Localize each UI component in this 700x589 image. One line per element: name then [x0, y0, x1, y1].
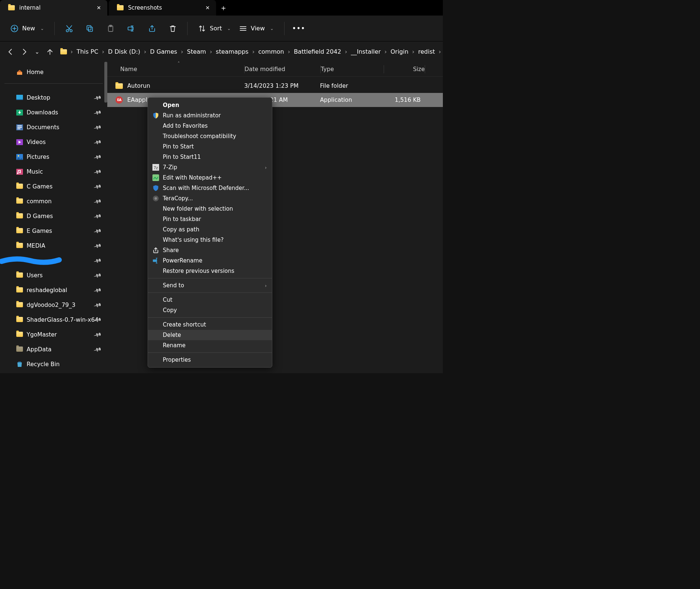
- close-icon[interactable]: ✕: [95, 5, 102, 11]
- rename-icon[interactable]: [127, 24, 135, 33]
- crumb[interactable]: __Installer: [351, 48, 381, 55]
- sidebar-item-redacted[interactable]: 📌: [0, 253, 107, 268]
- crumb[interactable]: steamapps: [216, 48, 248, 55]
- file-row[interactable]: Autorun3/14/2023 1:23 PMFile folder: [107, 79, 443, 93]
- crumb[interactable]: D Games: [150, 48, 177, 55]
- sidebar-item-e-games[interactable]: E Games📌: [0, 224, 107, 238]
- delete-icon[interactable]: [169, 24, 177, 33]
- sidebar-item-documents[interactable]: Documents📌: [0, 120, 107, 135]
- menu-item-edit-with-notepad[interactable]: Edit with Notepad++: [148, 173, 272, 183]
- column-type[interactable]: Type: [321, 66, 384, 73]
- application-icon: EA: [115, 96, 123, 104]
- crumb[interactable]: Origin: [390, 48, 408, 55]
- menu-item-label: TeraCopy...: [163, 195, 193, 202]
- menu-item-teracopy[interactable]: TeraCopy...: [148, 193, 272, 204]
- up-button[interactable]: [46, 46, 54, 58]
- chevron-right-icon: ›: [384, 48, 387, 55]
- chevron-right-icon: ›: [210, 48, 212, 55]
- menu-item-delete[interactable]: Delete: [148, 330, 272, 340]
- paste-icon[interactable]: [107, 24, 115, 33]
- new-tab-button[interactable]: ＋: [216, 0, 231, 15]
- shield-icon: [152, 112, 159, 119]
- pin-icon: 📌: [93, 345, 102, 354]
- close-icon[interactable]: ✕: [204, 5, 211, 11]
- menu-item-run-as-administrator[interactable]: Run as administrator: [148, 110, 272, 121]
- new-button[interactable]: New ⌄: [10, 24, 44, 33]
- cut-icon[interactable]: [65, 24, 73, 33]
- folder-icon: [16, 213, 23, 219]
- svg-rect-4: [87, 26, 91, 30]
- sidebar-item-pictures[interactable]: Pictures📌: [0, 150, 107, 164]
- menu-item-label: PowerRename: [163, 257, 202, 264]
- crumb[interactable]: common: [258, 48, 284, 55]
- defender-icon: [152, 185, 159, 191]
- sidebar-item-music[interactable]: Music📌: [0, 164, 107, 179]
- sidebar-item-reshadeglobal[interactable]: reshadeglobal📌: [0, 283, 107, 298]
- menu-item-open[interactable]: Open: [148, 100, 272, 110]
- forward-button[interactable]: [21, 46, 28, 58]
- crumb[interactable]: Battlefield 2042: [294, 48, 341, 55]
- sidebar-item-shaderglass-0-7-win-x64[interactable]: ShaderGlass-0.7-win-x64📌: [0, 312, 107, 327]
- crumb[interactable]: redist: [418, 48, 435, 55]
- menu-item-properties[interactable]: Properties: [148, 355, 272, 365]
- menu-item-create-shortcut[interactable]: Create shortcut: [148, 319, 272, 330]
- menu-item-powerrename[interactable]: PowerRename: [148, 255, 272, 266]
- copy-icon[interactable]: [86, 24, 94, 33]
- sidebar-item-users[interactable]: Users📌: [0, 268, 107, 283]
- menu-item-share[interactable]: Share: [148, 245, 272, 255]
- chevron-right-icon: ›: [412, 48, 414, 55]
- redacted-icon: [16, 258, 23, 264]
- menu-item-send-to[interactable]: Send to›: [148, 280, 272, 291]
- menu-item-add-to-favorites[interactable]: Add to Favorites: [148, 121, 272, 131]
- menu-item-new-folder-with-selection[interactable]: New folder with selection: [148, 204, 272, 214]
- menu-item-pin-to-start11[interactable]: Pin to Start11: [148, 152, 272, 162]
- sidebar-item-common[interactable]: common📌: [0, 194, 107, 209]
- tab-internal[interactable]: internal ✕: [0, 0, 107, 16]
- menu-item-7-zip[interactable]: 7z7-Zip›: [148, 162, 272, 173]
- menu-item-pin-to-taskbar[interactable]: Pin to taskbar: [148, 214, 272, 224]
- crumb[interactable]: This PC: [77, 48, 98, 55]
- sidebar-item-media[interactable]: MEDIA📌: [0, 238, 107, 253]
- back-button[interactable]: [7, 46, 14, 58]
- breadcrumb[interactable]: › This PC› D Disk (D:)› D Games› Steam› …: [60, 48, 443, 55]
- column-separator[interactable]: [425, 65, 425, 73]
- menu-item-restore-previous-versions[interactable]: Restore previous versions: [148, 266, 272, 276]
- pin-icon: 📌: [93, 168, 102, 176]
- menu-item-rename[interactable]: Rename: [148, 340, 272, 351]
- sidebar-item-desktop[interactable]: Desktop📌: [0, 90, 107, 105]
- tab-screenshots[interactable]: Screenshots ✕: [109, 0, 216, 16]
- crumb[interactable]: Steam: [187, 48, 206, 55]
- recent-button[interactable]: ⌄: [35, 46, 40, 58]
- sidebar-item-ygomaster[interactable]: YgoMaster📌: [0, 327, 107, 342]
- menu-item-label: Create shortcut: [163, 321, 206, 328]
- column-date[interactable]: Date modified: [245, 66, 320, 73]
- column-name[interactable]: Name: [107, 66, 244, 73]
- more-icon[interactable]: •••: [295, 24, 303, 33]
- menu-item-copy-as-path[interactable]: Copy as path: [148, 224, 272, 235]
- menu-item-label: Open: [163, 102, 179, 108]
- sidebar-item-d-games[interactable]: D Games📌: [0, 209, 107, 224]
- sidebar-home[interactable]: Home: [0, 65, 107, 80]
- sort-icon: [198, 24, 206, 33]
- sidebar-item-label: MEDIA: [27, 242, 45, 249]
- pin-icon: 📌: [93, 242, 102, 250]
- sidebar-item-recycle-bin[interactable]: Recycle Bin: [0, 357, 107, 372]
- menu-item-copy[interactable]: Copy: [148, 305, 272, 315]
- sidebar-item-label: C Games: [27, 183, 53, 190]
- menu-item-troubleshoot-compatibility[interactable]: Troubleshoot compatibility: [148, 131, 272, 141]
- sidebar-item-c-games[interactable]: C Games📌: [0, 179, 107, 194]
- menu-item-pin-to-start[interactable]: Pin to Start: [148, 141, 272, 152]
- menu-item-scan-with-microsoft-defender[interactable]: Scan with Microsoft Defender...: [148, 183, 272, 193]
- sidebar-item-downloads[interactable]: Downloads📌: [0, 105, 107, 120]
- share-icon[interactable]: [148, 24, 156, 33]
- view-button[interactable]: View ⌄: [239, 24, 274, 33]
- sidebar-item-label: Downloads: [27, 109, 58, 116]
- menu-item-cut[interactable]: Cut: [148, 295, 272, 305]
- column-size[interactable]: Size: [384, 66, 425, 73]
- sidebar-item-dgvoodoo2-79-3[interactable]: dgVoodoo2_79_3📌: [0, 298, 107, 312]
- sidebar-item-videos[interactable]: Videos📌: [0, 135, 107, 150]
- crumb[interactable]: D Disk (D:): [108, 48, 140, 55]
- sort-button[interactable]: Sort ⌄: [198, 24, 231, 33]
- sidebar-item-appdata[interactable]: AppData📌: [0, 342, 107, 357]
- menu-item-what-s-using-this-file[interactable]: What's using this file?: [148, 235, 272, 245]
